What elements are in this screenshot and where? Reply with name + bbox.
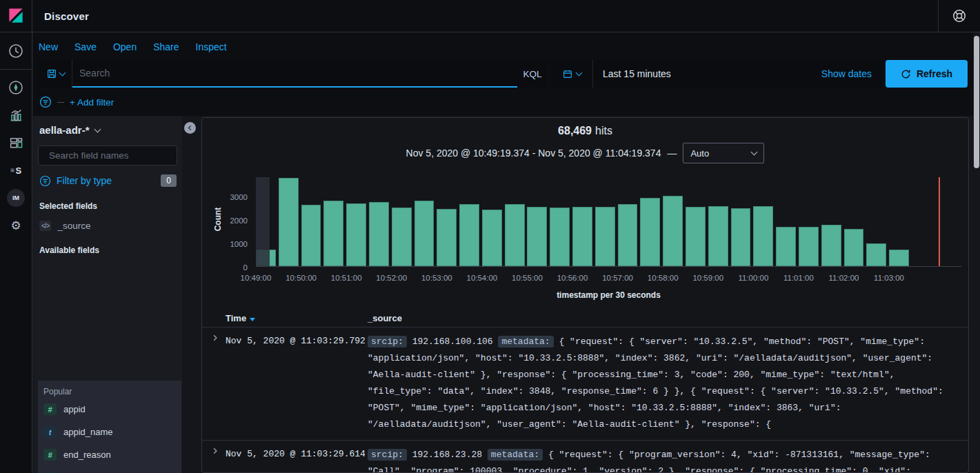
filter-count-badge: 0 bbox=[161, 174, 177, 187]
time-column-header[interactable]: Time bbox=[226, 313, 368, 323]
expand-caret-cell bbox=[202, 334, 226, 342]
calendar-button[interactable] bbox=[550, 60, 593, 88]
field-search-box bbox=[38, 145, 177, 165]
expand-row-icon[interactable] bbox=[211, 447, 226, 455]
histogram-bar[interactable] bbox=[708, 206, 728, 266]
available-fields-heading: Available fields bbox=[39, 245, 182, 255]
histogram-bar[interactable] bbox=[799, 227, 819, 266]
menu-open[interactable]: Open bbox=[113, 41, 137, 52]
menu-inspect[interactable]: Inspect bbox=[196, 41, 227, 52]
expand-row-icon[interactable] bbox=[211, 334, 226, 342]
y-tick-label: 0 bbox=[243, 263, 248, 272]
visualize-chart-icon[interactable] bbox=[0, 101, 32, 129]
field-item[interactable]: tengid_name bbox=[38, 466, 181, 473]
histogram-bar[interactable] bbox=[527, 207, 547, 266]
current-time-marker bbox=[939, 177, 940, 266]
scrollbar-thumb[interactable] bbox=[974, 36, 979, 168]
page-title: Discover bbox=[44, 10, 89, 22]
settings-gear-icon[interactable]: ⚙ bbox=[0, 212, 32, 239]
histogram-bar[interactable] bbox=[640, 198, 660, 266]
field-name: end_reason bbox=[63, 450, 111, 460]
x-tick-label: 10:59:00 bbox=[692, 274, 723, 282]
histogram-bar[interactable] bbox=[301, 205, 321, 266]
save-query-icon bbox=[46, 68, 57, 79]
histogram-bar[interactable] bbox=[866, 243, 886, 266]
top-menu: New Save Open Share Inspect bbox=[33, 32, 980, 52]
refresh-button[interactable]: Refresh bbox=[886, 60, 968, 88]
x-tick-label: 11:02:00 bbox=[829, 274, 859, 282]
kibana-logo-button[interactable] bbox=[0, 0, 32, 32]
field-search-input[interactable] bbox=[49, 150, 171, 161]
recent-clock-icon[interactable] bbox=[0, 37, 32, 65]
table-row[interactable]: Nov 5, 2020 @ 11:03:29.614srcip: 192.168… bbox=[202, 441, 968, 473]
saved-query-button[interactable] bbox=[39, 60, 72, 88]
source-text: 192.168.23.28 bbox=[412, 450, 488, 460]
histogram-bar[interactable] bbox=[595, 207, 615, 266]
kql-language-button[interactable]: KQL bbox=[517, 60, 548, 88]
number-field-icon: # bbox=[43, 449, 57, 461]
show-dates-link[interactable]: Show dates bbox=[821, 68, 872, 79]
histogram-bar[interactable] bbox=[663, 196, 683, 266]
dashboard-icon[interactable] bbox=[0, 129, 32, 157]
im-app-icon[interactable]: IM bbox=[0, 184, 32, 212]
time-range-value[interactable]: Last 15 minutes bbox=[603, 68, 671, 79]
menu-share[interactable]: Share bbox=[153, 41, 179, 52]
help-icon[interactable] bbox=[952, 9, 966, 23]
histogram-bar[interactable] bbox=[572, 207, 592, 266]
field-item[interactable]: #end_reason bbox=[38, 443, 181, 466]
y-axis-ticks: 0100020003000 bbox=[202, 177, 248, 267]
add-filter-link[interactable]: + Add filter bbox=[70, 97, 114, 108]
row-source: srcip: 192.168.23.28 metadata: { "reques… bbox=[368, 447, 968, 473]
scrollbar-track[interactable] bbox=[973, 32, 980, 473]
interval-value: Auto bbox=[690, 148, 709, 159]
histogram-bar[interactable] bbox=[279, 178, 299, 266]
x-tick-label: 10:50:00 bbox=[286, 274, 317, 282]
histogram-bar[interactable] bbox=[844, 229, 864, 266]
interval-select[interactable]: Auto bbox=[683, 143, 764, 163]
s-app-icon[interactable]: ▣S bbox=[0, 157, 32, 184]
histogram-bar[interactable] bbox=[346, 203, 366, 266]
code-icon: </> bbox=[39, 221, 51, 231]
histogram-bar[interactable] bbox=[821, 225, 841, 266]
field-chip: srcip: bbox=[368, 336, 407, 348]
y-tick-label: 1000 bbox=[230, 240, 248, 248]
histogram-bar[interactable] bbox=[731, 208, 751, 266]
string-field-icon: t bbox=[43, 426, 57, 438]
histogram-bar[interactable] bbox=[753, 206, 773, 266]
histogram-bar[interactable] bbox=[618, 204, 638, 266]
x-tick-label: 11:03:00 bbox=[874, 274, 904, 282]
selected-field-source[interactable]: </> _source bbox=[39, 221, 182, 231]
histogram-bar[interactable] bbox=[459, 204, 479, 266]
search-input[interactable] bbox=[72, 60, 517, 88]
chevron-left-icon bbox=[188, 125, 193, 130]
menu-save[interactable]: Save bbox=[74, 41, 97, 52]
histogram-bar[interactable] bbox=[889, 250, 909, 266]
filter-by-type-button[interactable]: Filter by type 0 bbox=[39, 174, 177, 187]
source-text: { "request": { "server": "10.33.2.5", "m… bbox=[368, 336, 943, 430]
histogram-bar[interactable] bbox=[686, 207, 706, 266]
menu-new[interactable]: New bbox=[39, 41, 58, 52]
hits-count: 68,469 bbox=[558, 125, 592, 137]
doc-table-header: Time _source bbox=[202, 310, 968, 328]
histogram-bar[interactable] bbox=[369, 202, 389, 266]
field-item[interactable]: #appid bbox=[38, 398, 181, 421]
histogram-bar[interactable] bbox=[482, 210, 502, 266]
top-header: Discover bbox=[0, 0, 980, 32]
histogram-bar[interactable] bbox=[550, 208, 570, 266]
histogram-bar[interactable] bbox=[505, 204, 525, 266]
histogram-bar[interactable] bbox=[414, 201, 434, 266]
filter-icon[interactable] bbox=[39, 96, 52, 108]
histogram-bar[interactable] bbox=[323, 201, 343, 266]
sort-descending-icon bbox=[250, 318, 255, 321]
chevron-down-icon bbox=[751, 149, 758, 156]
histogram-bar[interactable] bbox=[392, 208, 412, 266]
histogram-bar[interactable] bbox=[776, 227, 796, 266]
index-pattern-selector[interactable]: aella-adr-* bbox=[33, 116, 182, 136]
histogram-bar[interactable] bbox=[437, 209, 457, 266]
discover-compass-icon[interactable] bbox=[0, 74, 32, 101]
table-row[interactable]: Nov 5, 2020 @ 11:03:29.792srcip: 192.168… bbox=[202, 328, 968, 441]
field-item[interactable]: tappid_name bbox=[38, 421, 181, 443]
fields-sidebar: aella-adr-* Filter by type 0 Selected fi… bbox=[33, 116, 182, 473]
collapse-sidebar-button[interactable] bbox=[184, 122, 196, 134]
popular-fields-list: #appidtappid_name#end_reasontengid_namet… bbox=[38, 398, 181, 473]
